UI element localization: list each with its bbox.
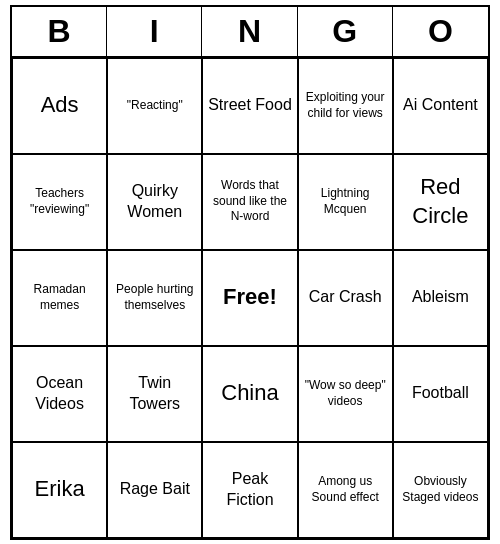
bingo-cell-5: Teachers "reviewing" bbox=[12, 154, 107, 250]
header-letter-N: N bbox=[202, 7, 297, 56]
bingo-cell-15: Ocean Videos bbox=[12, 346, 107, 442]
bingo-cell-22: Peak Fiction bbox=[202, 442, 297, 538]
bingo-card: BINGO Ads"Reacting"Street FoodExploiting… bbox=[10, 5, 490, 540]
header-letter-G: G bbox=[298, 7, 393, 56]
header-letter-B: B bbox=[12, 7, 107, 56]
bingo-cell-18: "Wow so deep" videos bbox=[298, 346, 393, 442]
bingo-cell-0: Ads bbox=[12, 58, 107, 154]
bingo-cell-8: Lightning Mcquen bbox=[298, 154, 393, 250]
bingo-grid: Ads"Reacting"Street FoodExploiting your … bbox=[12, 58, 488, 538]
bingo-cell-3: Exploiting your child for views bbox=[298, 58, 393, 154]
bingo-cell-16: Twin Towers bbox=[107, 346, 202, 442]
header-letter-I: I bbox=[107, 7, 202, 56]
bingo-cell-23: Among us Sound effect bbox=[298, 442, 393, 538]
bingo-cell-2: Street Food bbox=[202, 58, 297, 154]
bingo-cell-24: Obviously Staged videos bbox=[393, 442, 488, 538]
bingo-cell-12: Free! bbox=[202, 250, 297, 346]
bingo-cell-19: Football bbox=[393, 346, 488, 442]
bingo-cell-13: Car Crash bbox=[298, 250, 393, 346]
bingo-cell-9: Red Circle bbox=[393, 154, 488, 250]
bingo-header: BINGO bbox=[12, 7, 488, 58]
bingo-cell-7: Words that sound like the N-word bbox=[202, 154, 297, 250]
bingo-cell-4: Ai Content bbox=[393, 58, 488, 154]
bingo-cell-6: Quirky Women bbox=[107, 154, 202, 250]
header-letter-O: O bbox=[393, 7, 488, 56]
bingo-cell-10: Ramadan memes bbox=[12, 250, 107, 346]
bingo-cell-20: Erika bbox=[12, 442, 107, 538]
bingo-cell-17: China bbox=[202, 346, 297, 442]
bingo-cell-21: Rage Bait bbox=[107, 442, 202, 538]
bingo-cell-14: Ableism bbox=[393, 250, 488, 346]
bingo-cell-11: People hurting themselves bbox=[107, 250, 202, 346]
bingo-cell-1: "Reacting" bbox=[107, 58, 202, 154]
